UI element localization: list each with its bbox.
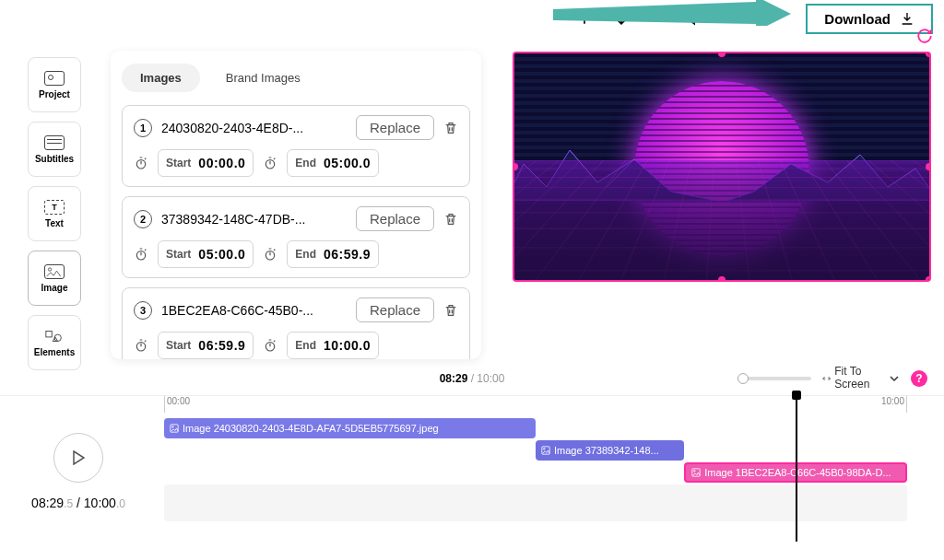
svg-point-15 — [694, 471, 696, 472]
image-index: 2 — [134, 210, 152, 228]
replace-button[interactable]: Replace — [356, 298, 434, 322]
start-time-input[interactable]: Start05:00.0 — [158, 240, 254, 268]
replace-button[interactable]: Replace — [356, 206, 434, 231]
rail-text[interactable]: TText — [28, 186, 81, 241]
delete-icon[interactable] — [443, 211, 458, 228]
image-card: 1 24030820-2403-4E8D-... Replace Start00… — [122, 105, 470, 187]
svg-point-1 — [48, 267, 51, 270]
stopwatch-icon — [263, 338, 277, 353]
images-panel: Images Brand Images 1 24030820-2403-4E8D… — [111, 51, 481, 359]
tool-rail: Project Subtitles TText Image Elements — [28, 57, 83, 370]
stopwatch-icon — [134, 156, 148, 170]
image-card: 3 1BEC2EA8-C66C-45B0-... Replace Start06… — [122, 287, 470, 359]
arrow-up-icon[interactable] — [575, 9, 594, 28]
image-filename: 1BEC2EA8-C66C-45B0-... — [161, 303, 347, 318]
stopwatch-icon — [134, 247, 148, 262]
delete-icon[interactable] — [443, 302, 458, 319]
rail-subtitles[interactable]: Subtitles — [28, 122, 81, 177]
volume-icon[interactable] — [686, 9, 704, 28]
download-label: Download — [824, 11, 891, 27]
resize-handle-br[interactable] — [926, 276, 931, 282]
image-index: 1 — [134, 119, 152, 137]
help-button[interactable]: ? — [911, 370, 927, 387]
play-button[interactable] — [53, 433, 103, 483]
stopwatch-icon — [263, 156, 277, 170]
resize-handle-right[interactable] — [926, 163, 931, 170]
timeline-controls-row: 08:29 / 10:00 Fit To Screen ? — [0, 361, 944, 396]
image-filename: 37389342-148C-47DB-... — [161, 212, 347, 227]
tab-brand-images[interactable]: Brand Images — [207, 64, 319, 92]
start-time-input[interactable]: Start06:59.9 — [158, 332, 254, 359]
stopwatch-icon — [263, 247, 277, 262]
svg-point-13 — [544, 449, 546, 450]
resize-handle-bottom[interactable] — [718, 276, 726, 282]
end-time-input[interactable]: End05:00.0 — [287, 149, 379, 177]
download-button[interactable]: Download — [806, 4, 933, 34]
tab-images[interactable]: Images — [122, 64, 200, 92]
timeline-time-display: 08:29.5 / 10:00.0 — [28, 496, 129, 510]
time-readout: 08:29 / 10:00 — [440, 372, 505, 385]
image-card: 2 37389342-148C-47DB-... Replace Start05… — [122, 196, 470, 278]
resize-handle-tr[interactable] — [926, 52, 931, 57]
rotate-icon[interactable] — [916, 28, 933, 48]
end-time-input[interactable]: End06:59.9 — [287, 240, 379, 268]
canvas-preview[interactable] — [513, 52, 931, 282]
replace-button[interactable]: Replace — [356, 115, 434, 140]
rail-project[interactable]: Project — [28, 57, 81, 112]
zoom-slider[interactable] — [738, 377, 811, 380]
start-time-input[interactable]: Start00:00.0 — [158, 149, 254, 177]
timeline: 08:29.5 / 10:00.0 00:00 10:00 Image 2403… — [0, 396, 944, 560]
end-time-input[interactable]: End10:00.0 — [287, 332, 379, 359]
image-index: 3 — [134, 301, 152, 320]
delete-icon[interactable] — [443, 120, 458, 136]
stopwatch-icon — [134, 338, 148, 353]
timeline-clip[interactable]: Image 24030820-2403-4E8D-AFA7-5D5EB57756… — [164, 418, 536, 438]
undo-icon[interactable] — [649, 9, 667, 28]
fit-to-screen-button[interactable]: Fit To Screen — [822, 366, 878, 390]
track-area[interactable]: 00:00 10:00 Image 24030820-2403-4E8D-AFA… — [164, 396, 907, 551]
chevron-down-icon[interactable] — [889, 373, 900, 384]
playhead[interactable] — [796, 396, 797, 542]
svg-rect-2 — [46, 331, 52, 336]
svg-point-11 — [172, 426, 174, 428]
image-filename: 24030820-2403-4E8D-... — [161, 121, 347, 135]
arrow-down-icon[interactable] — [612, 9, 631, 28]
timeline-clip[interactable]: Image 37389342-148... — [536, 440, 684, 461]
rail-image[interactable]: Image — [28, 251, 81, 306]
